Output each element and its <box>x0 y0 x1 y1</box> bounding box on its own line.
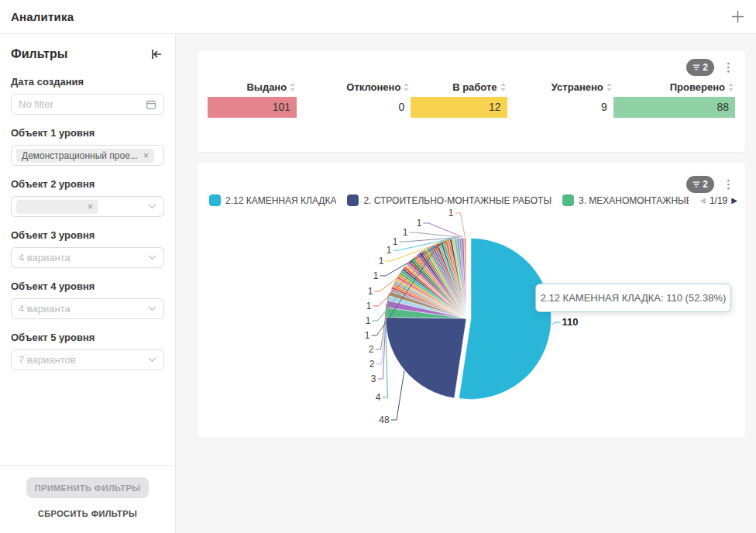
pie-label: 1 <box>417 218 422 229</box>
top-bar: Аналитика <box>0 0 756 34</box>
select-filter-4[interactable]: 4 варианта <box>11 298 164 319</box>
apply-filters-button[interactable]: ПРИМЕНИТЬ ФИЛЬТРЫ <box>26 477 149 498</box>
input-placeholder: No filter <box>19 98 146 110</box>
filter-block: Дата созданияNo filter <box>11 76 164 115</box>
column-header[interactable]: Устранено <box>507 81 613 93</box>
pie-label-leader <box>552 322 561 325</box>
kebab-menu-icon[interactable]: ⋮ <box>721 59 736 76</box>
filter-block: Объект 5 уровня7 вариантов <box>11 332 164 370</box>
column-header-label: Устранено <box>552 81 603 93</box>
filter-block: Объект 4 уровня4 варианта <box>11 280 164 319</box>
select-filter-1[interactable]: Демонстрационный прое...× <box>11 145 164 166</box>
filter-label: Объект 2 уровня <box>11 178 164 190</box>
filter-block: Объект 1 уровняДемонстрационный прое...× <box>11 127 164 166</box>
calendar-icon <box>146 99 156 110</box>
selected-value-chip: Демонстрационный прое...× <box>16 149 154 163</box>
sort-icon <box>404 83 409 91</box>
selected-value-chip: × <box>16 200 98 214</box>
filters-title: Фильтры <box>11 47 67 61</box>
status-value-cell: 9 <box>507 97 613 118</box>
pie-label: 1 <box>403 227 408 238</box>
filter-label: Объект 3 уровня <box>11 229 164 241</box>
pie-chart-card: 2 ⋮ 2.12 КАМЕННАЯ КЛАДКА2. СТРОИТЕЛЬНО-М… <box>198 163 745 438</box>
collapse-sidebar-icon[interactable] <box>149 46 164 62</box>
pie-label: 4 <box>376 392 381 403</box>
pie-label-leader <box>391 371 404 420</box>
chevron-down-icon <box>148 357 156 363</box>
pie-label: 48 <box>379 414 390 425</box>
pie-label: 1 <box>366 301 372 311</box>
sort-icon <box>290 83 295 91</box>
chevron-down-icon <box>154 153 156 158</box>
pie-label-leader <box>424 223 463 237</box>
chart-tooltip: 2.12 КАМЕННАЯ КЛАДКА: 110 (52.38%) <box>535 284 731 312</box>
status-value-cell: 88 <box>613 97 735 118</box>
funnel-icon <box>692 64 700 71</box>
column-header-label: Отклонено <box>346 81 400 93</box>
add-icon[interactable] <box>730 9 745 24</box>
pie-label: 1 <box>387 245 392 256</box>
filters-list: Дата созданияNo filterОбъект 1 уровняДем… <box>0 62 175 370</box>
date-filter-input[interactable]: No filter <box>11 94 164 115</box>
pie-label: 1 <box>448 208 454 218</box>
select-filter-3[interactable]: 4 варианта <box>11 247 164 268</box>
filter-block: Объект 2 уровня× <box>11 178 164 217</box>
chip-text: Демонстрационный прое... <box>22 150 138 161</box>
select-placeholder: 4 варианта <box>19 303 148 315</box>
select-placeholder: 4 варианта <box>19 252 148 263</box>
filter-label: Объект 1 уровня <box>11 127 164 139</box>
filter-label: Объект 5 уровня <box>11 332 164 343</box>
filter-label: Объект 4 уровня <box>11 280 164 292</box>
sort-icon <box>728 83 734 91</box>
column-header[interactable]: Проверено <box>613 81 735 93</box>
pie-label: 110 <box>562 316 579 328</box>
status-value-cell: 0 <box>297 97 411 118</box>
chip-remove-icon[interactable]: × <box>143 150 149 161</box>
pie-label: 1 <box>373 270 379 281</box>
column-header[interactable]: Выдано <box>208 81 297 93</box>
status-value-cell: 101 <box>208 97 297 118</box>
pie-label: 1 <box>366 315 371 326</box>
chip-remove-icon[interactable]: × <box>88 201 93 212</box>
pie-label-leader <box>455 213 466 237</box>
pie-label: 1 <box>393 236 398 247</box>
filter-block: Объект 3 уровня4 варианта <box>11 229 164 268</box>
column-header-label: В работе <box>452 81 497 93</box>
filters-actions: ПРИМЕНИТЬ ФИЛЬТРЫ СБРОСИТЬ ФИЛЬТРЫ <box>0 465 175 533</box>
pie-slice[interactable] <box>459 238 552 399</box>
table-value-row: 101012988 <box>208 97 735 118</box>
reset-filters-button[interactable]: СБРОСИТЬ ФИЛЬТРЫ <box>33 508 142 519</box>
chevron-down-icon <box>148 306 156 311</box>
select-filter-2[interactable]: × <box>11 196 164 217</box>
status-value-cell: 12 <box>411 97 507 118</box>
column-header[interactable]: Отклонено <box>297 81 411 93</box>
filter-count-badge[interactable]: 2 <box>686 59 714 76</box>
pie-label: 1 <box>365 330 370 341</box>
chevron-down-icon <box>148 255 156 260</box>
pie-label: 2 <box>369 344 374 355</box>
main-content: 2 ⋮ ВыданоОтклоненоВ работеУстраненоПров… <box>176 34 756 533</box>
select-placeholder: 7 вариантов <box>19 354 148 366</box>
column-header-label: Проверено <box>670 81 725 93</box>
page-title: Аналитика <box>11 10 74 23</box>
sort-icon <box>500 83 506 91</box>
status-summary-card: 2 ⋮ ВыданоОтклоненоВ работеУстраненоПров… <box>198 51 745 152</box>
pie-slice[interactable] <box>386 317 466 397</box>
select-filter-5[interactable]: 7 вариантов <box>11 349 164 370</box>
pie-label: 3 <box>371 373 376 384</box>
chevron-down-icon <box>148 204 156 209</box>
pie-label: 2 <box>369 359 375 370</box>
filter-label: Дата создания <box>11 76 164 88</box>
column-header-label: Выдано <box>246 81 287 93</box>
pie-label: 1 <box>368 286 373 297</box>
column-header[interactable]: В работе <box>411 81 507 93</box>
sort-icon <box>607 83 612 91</box>
pie-label: 1 <box>379 256 384 266</box>
filters-sidebar: Фильтры Дата созданияNo filterОбъект 1 у… <box>0 34 176 533</box>
table-header-row: ВыданоОтклоненоВ работеУстраненоПроверен… <box>208 81 735 93</box>
